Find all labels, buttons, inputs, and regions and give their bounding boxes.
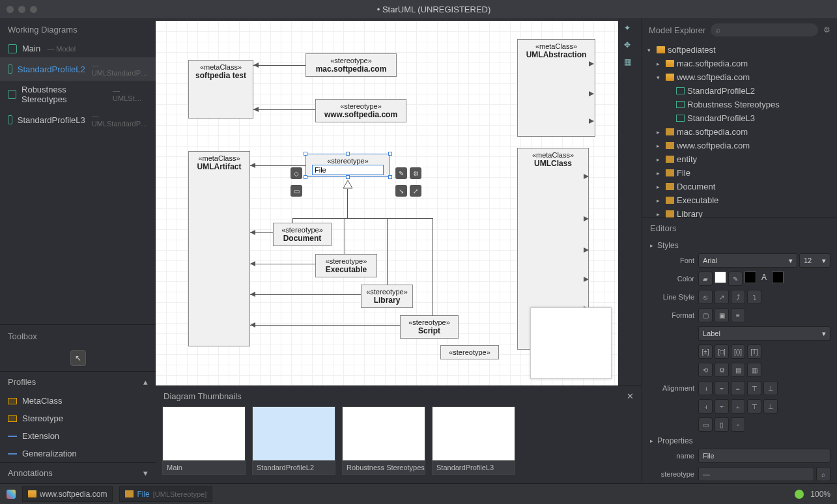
puzzle-icon[interactable]: ✦	[624, 23, 636, 35]
tree-row[interactable]: Robustness Stereotypes	[642, 98, 837, 111]
close-thumbnails-icon[interactable]: ✕	[627, 391, 634, 401]
crumb-file[interactable]: File [UMLStereotype]	[119, 486, 212, 502]
b4[interactable]: [T]	[747, 344, 761, 359]
font-size[interactable]: 12▾	[799, 253, 830, 268]
diagram-item-std3[interactable]: StandardProfileL3 — UMLStandardP…	[0, 108, 156, 132]
chevron-icon[interactable]: ▾	[657, 74, 663, 81]
chevron-icon[interactable]: ▸	[657, 170, 663, 176]
box-document[interactable]: «stereotype» Document	[273, 223, 332, 246]
b2[interactable]: [□]	[715, 344, 729, 359]
tree-row[interactable]: ▾softpediatest	[642, 43, 837, 57]
tree-row[interactable]: ▸www.softpedia.com	[642, 139, 837, 152]
d4[interactable]: ⊤	[747, 399, 761, 413]
profiles-section[interactable]: Profiles▴	[0, 371, 156, 392]
zoom-dot[interactable]	[30, 6, 37, 13]
chevron-icon[interactable]: ▸	[657, 211, 663, 217]
box-extra[interactable]: «stereotype»	[440, 345, 499, 359]
box-artifact[interactable]: «metaClass» UMLArtifact	[188, 151, 250, 346]
e1[interactable]: ▭	[698, 417, 713, 432]
d5[interactable]: ⊥	[763, 399, 778, 413]
fmt-1[interactable]: ▢	[698, 308, 713, 322]
thumb-std2[interactable]: StandardProfileL2	[252, 406, 335, 475]
tree-row[interactable]: ▸mac.softpedia.com	[642, 125, 837, 139]
properties-section[interactable]: ▸Properties	[642, 434, 837, 447]
diagram-item-robust[interactable]: Robustness Stereotypes — UMLSt…	[0, 81, 156, 108]
thumb-main[interactable]: Main	[162, 406, 246, 475]
diagram-canvas[interactable]: «metaClass» softpedia test «stereotype» …	[156, 21, 618, 385]
b1[interactable]: [±]	[698, 344, 713, 359]
zoom-level[interactable]: 100%	[810, 490, 830, 499]
box-mac[interactable]: «stereotype» mac.softpedia.com	[305, 53, 397, 77]
font-dropdown[interactable]: Arial▾	[698, 253, 797, 268]
fmt-3[interactable]: ≡	[731, 308, 745, 322]
tb-stereotype[interactable]: Stereotype	[0, 410, 156, 427]
gear-icon[interactable]: ⚙	[823, 25, 830, 35]
prop-name-input[interactable]: File	[698, 449, 830, 463]
b3[interactable]: [()]	[731, 344, 745, 359]
e3[interactable]: ▫	[731, 417, 745, 432]
d2[interactable]: ⫟	[715, 399, 729, 413]
minimize-dot[interactable]	[18, 6, 25, 13]
al-2[interactable]: ⫟	[715, 381, 729, 395]
tree-row[interactable]: StandardProfileL3	[642, 111, 837, 125]
tree-row[interactable]: StandardProfileL2	[642, 84, 837, 98]
tb-extension[interactable]: Extension	[0, 427, 156, 445]
c1[interactable]: ⟲	[698, 363, 713, 377]
al-3[interactable]: ⫠	[731, 381, 745, 395]
stroke-icon[interactable]: ✎	[728, 272, 743, 286]
tree-row[interactable]: ▸File	[642, 166, 837, 180]
tb-metaclass[interactable]: MetaClass	[0, 392, 156, 410]
styles-section[interactable]: ▸Styles	[642, 238, 837, 251]
grid-icon[interactable]: ▦	[624, 57, 636, 69]
line-2[interactable]: ↗	[715, 290, 729, 304]
diagram-item-std2[interactable]: StandardProfileL2 — UMLStandardP…	[0, 57, 156, 81]
annotations-section[interactable]: Annotations▾	[0, 462, 156, 483]
chevron-icon[interactable]: ▸	[657, 143, 663, 149]
al-4[interactable]: ⊤	[747, 381, 761, 395]
crumb-root[interactable]: www.softpedia.com	[22, 486, 113, 502]
box-www[interactable]: «stereotype» www.softpedia.com	[315, 99, 406, 122]
prop-stereo-input[interactable]: —	[698, 467, 814, 481]
search-input[interactable]: ⌕	[711, 23, 818, 36]
c3[interactable]: ▤	[731, 363, 745, 377]
quick-add-2[interactable]: ▭	[291, 185, 302, 197]
box-library[interactable]: «stereotype» Library	[361, 285, 413, 308]
line-4[interactable]: ⤵	[747, 290, 761, 304]
box-abstraction[interactable]: «metaClass» UMLAbstraction	[517, 39, 595, 137]
line-1[interactable]: ⎋	[698, 290, 713, 304]
diagram-item-main[interactable]: Main — Model	[0, 40, 156, 57]
line-3[interactable]: ⤴	[731, 290, 745, 304]
file-name-input[interactable]	[312, 165, 384, 175]
move-icon[interactable]: ✥	[624, 40, 636, 52]
chevron-icon[interactable]: ▸	[657, 156, 663, 163]
al-5[interactable]: ⊥	[763, 381, 778, 395]
box-softpedia[interactable]: «metaClass» softpedia test	[188, 60, 253, 119]
stroke-swatch[interactable]	[745, 272, 756, 283]
d1[interactable]: ⫞	[698, 399, 713, 413]
fmt-2[interactable]: ▣	[715, 308, 729, 322]
quick-edit-1[interactable]: ✎	[395, 167, 407, 179]
tree-row[interactable]: ▸Document	[642, 180, 837, 193]
quick-link-2[interactable]: ⤢	[410, 185, 421, 197]
tree-row[interactable]: ▸mac.softpedia.com	[642, 57, 837, 70]
tree-row[interactable]: ▸Library	[642, 207, 837, 217]
e2[interactable]: ▯	[715, 417, 729, 432]
quick-settings[interactable]: ⚙	[410, 167, 421, 179]
text-swatch[interactable]	[772, 272, 784, 283]
chevron-icon[interactable]: ▸	[657, 129, 663, 135]
quick-link-1[interactable]: ↘	[395, 185, 407, 197]
chevron-icon[interactable]: ▸	[657, 61, 663, 67]
fill-swatch[interactable]	[715, 272, 726, 283]
tree-row[interactable]: ▸entity	[642, 152, 837, 166]
close-dot[interactable]	[7, 6, 14, 13]
al-1[interactable]: ⫞	[698, 381, 713, 395]
d3[interactable]: ⫠	[731, 399, 745, 413]
search-stereo[interactable]: ⌕	[816, 467, 830, 481]
c2[interactable]: ⚙	[715, 363, 729, 377]
box-executable[interactable]: «stereotype» Executable	[315, 254, 377, 277]
c4[interactable]: ▥	[747, 363, 761, 377]
box-file-selected[interactable]: «stereotype»	[305, 154, 390, 177]
cursor-tool[interactable]: ↖	[70, 350, 86, 366]
text-color-icon[interactable]: A	[758, 272, 770, 283]
tb-generalization[interactable]: Generalization	[0, 445, 156, 462]
